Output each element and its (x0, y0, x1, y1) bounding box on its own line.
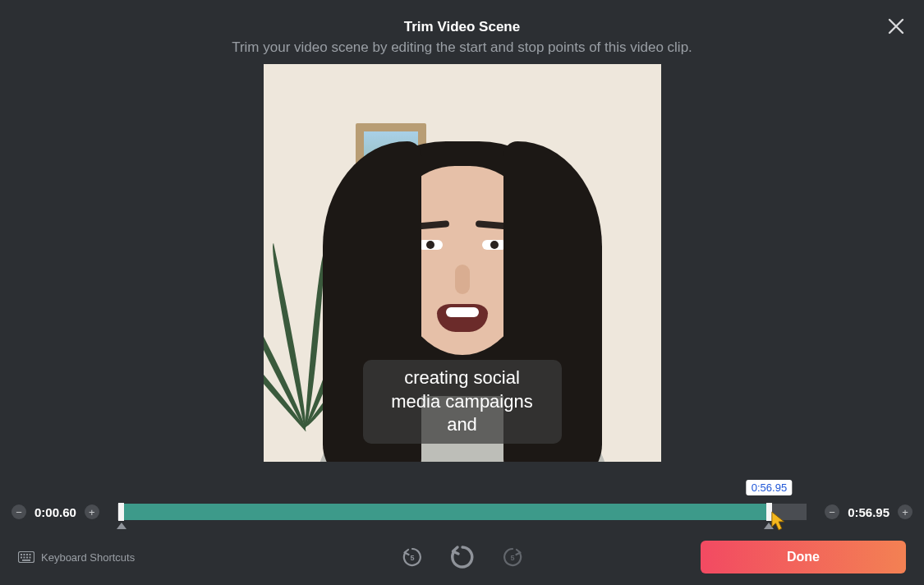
dialog-header: Trim Video Scene Trim your video scene b… (0, 0, 924, 58)
forward-5-button[interactable]: 5 (500, 545, 525, 569)
keyboard-shortcuts-label: Keyboard Shortcuts (41, 551, 135, 564)
timeline-track[interactable]: 0:56.95 (117, 504, 807, 520)
video-caption: creating social media campaigns and (363, 360, 562, 444)
trim-start-handle[interactable] (118, 503, 124, 521)
svg-text:5: 5 (510, 554, 514, 562)
end-time-text: 0:56.95 (848, 505, 890, 519)
start-increment-button[interactable]: + (85, 504, 99, 519)
keyboard-shortcuts-link[interactable]: Keyboard Shortcuts (18, 551, 135, 564)
dialog-title: Trim Video Scene (0, 19, 924, 35)
start-decrement-button[interactable]: − (11, 504, 26, 519)
footer-row: Keyboard Shortcuts 5 5 Done (0, 541, 924, 573)
video-preview[interactable]: creating social media campaigns and (264, 64, 661, 462)
restart-button[interactable] (448, 542, 477, 572)
forward-5-icon: 5 (501, 546, 524, 569)
svg-text:5: 5 (410, 554, 414, 562)
svg-rect-5 (21, 557, 22, 559)
svg-rect-7 (26, 557, 28, 559)
done-button[interactable]: Done (701, 541, 906, 573)
svg-rect-1 (21, 554, 22, 555)
end-time-group: − 0:56.95 + (825, 504, 913, 519)
close-button[interactable] (883, 13, 909, 39)
playback-controls: 5 5 (400, 542, 525, 572)
restart-icon (448, 543, 476, 571)
rewind-5-button[interactable]: 5 (400, 545, 425, 569)
svg-rect-4 (30, 554, 31, 555)
cursor-pointer-icon (770, 510, 788, 532)
timeline-track-wrap: 0:56.95 (117, 503, 807, 521)
end-decrement-button[interactable]: − (825, 504, 839, 519)
timeline-row: − 0:00.60 + 0:56.95 − 0:56.95 + (0, 502, 924, 522)
timeline-selection (121, 504, 769, 520)
svg-rect-9 (22, 560, 30, 561)
end-increment-button[interactable]: + (898, 504, 913, 519)
trim-caret-icon (117, 523, 126, 529)
start-time-text: 0:00.60 (34, 505, 76, 519)
rewind-5-icon: 5 (401, 546, 424, 569)
keyboard-icon (18, 551, 34, 563)
svg-rect-3 (26, 554, 28, 555)
svg-rect-8 (30, 557, 31, 559)
video-preview-container: creating social media campaigns and (0, 64, 924, 462)
svg-rect-6 (24, 557, 25, 559)
trim-tooltip: 0:56.95 (747, 480, 792, 495)
dialog-subtitle: Trim your video scene by editing the sta… (0, 39, 924, 58)
start-time-group: − 0:00.60 + (11, 504, 99, 519)
svg-rect-2 (24, 554, 25, 555)
close-icon (886, 16, 906, 36)
